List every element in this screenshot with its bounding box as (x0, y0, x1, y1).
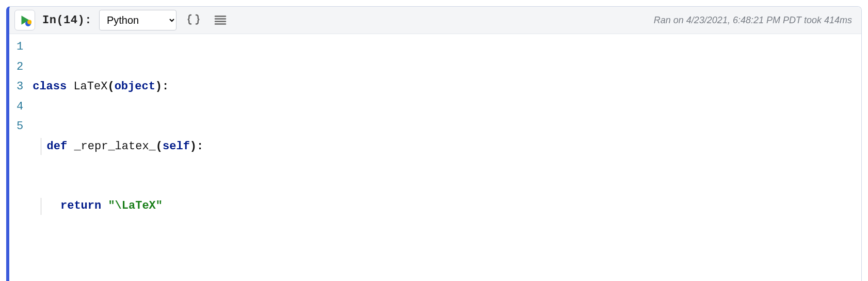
menu-icon (213, 12, 228, 28)
cell-toolbar: In(14): Python Ran on 4/23/2021, 6:48:21… (9, 7, 861, 34)
code-line[interactable]: class LaTeX(object): (33, 77, 853, 97)
identifier: LaTeX (73, 77, 107, 97)
code-cell: In(14): Python Ran on 4/23/2021, 6:48:21… (6, 6, 862, 281)
line-number: 5 (17, 117, 23, 137)
gutter: 1 2 3 4 5 (9, 37, 33, 281)
code-body[interactable]: class LaTeX(object): def _repr_latex_(se… (33, 37, 861, 281)
in-label: In(14): (42, 14, 92, 27)
line-number: 4 (17, 97, 23, 117)
function-name: _repr_latex_ (74, 137, 155, 157)
line-number: 3 (17, 77, 23, 97)
code-line[interactable] (33, 256, 853, 276)
keyword-def: def (47, 137, 68, 157)
code-line[interactable]: return "\LaTeX" (33, 196, 853, 216)
keyword-return: return (60, 196, 101, 216)
punct: ( (156, 137, 163, 157)
line-number: 2 (17, 57, 23, 77)
line-number: 1 (17, 37, 23, 57)
code-editor[interactable]: 1 2 3 4 5 class LaTeX(object): def _repr… (9, 34, 861, 281)
indent-guide (41, 138, 41, 155)
run-info: Ran on 4/23/2021, 6:48:21 PM PDT took 41… (654, 15, 852, 26)
keyword-class: class (33, 77, 67, 97)
language-select[interactable]: Python (99, 10, 176, 30)
menu-button[interactable] (211, 10, 230, 30)
play-icon (18, 13, 31, 27)
punct: ): (190, 137, 203, 157)
braces-button[interactable] (184, 10, 203, 30)
braces-icon (186, 12, 201, 28)
keyword-self: self (163, 137, 190, 157)
indent-guide (41, 198, 41, 215)
code-line[interactable]: def _repr_latex_(self): (33, 137, 853, 157)
string-literal: "\LaTeX" (108, 196, 163, 216)
builtin-object: object (115, 77, 155, 97)
punct: ( (107, 77, 114, 97)
punct: ): (155, 77, 169, 97)
run-button[interactable] (14, 10, 35, 30)
